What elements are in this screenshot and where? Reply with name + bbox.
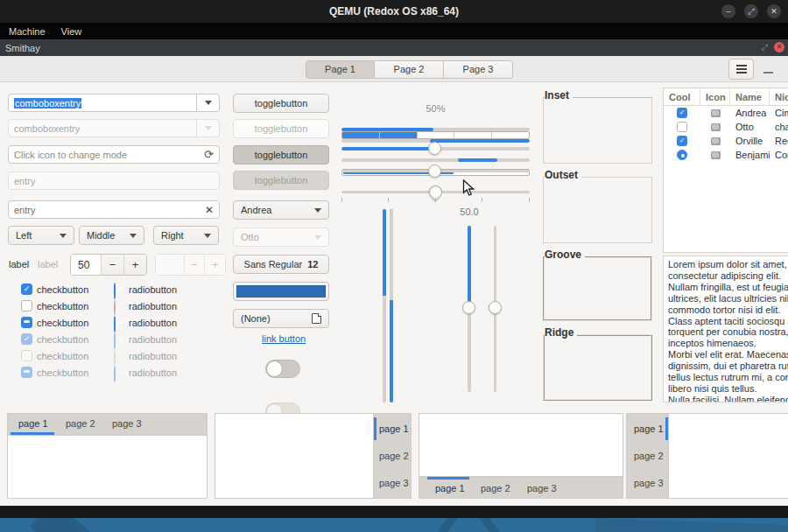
table-row[interactable]: Otto chaot <box>664 120 788 134</box>
text-line: dignissim, dui et pharetra rutr <box>668 360 788 372</box>
close-icon[interactable]: ✕ <box>774 42 784 52</box>
select-right[interactable]: Right <box>153 226 219 245</box>
nb-right-tab-3[interactable]: page 3 <box>379 478 409 488</box>
togglebutton-normal[interactable]: togglebutton <box>233 94 329 113</box>
cell-nick: Reder <box>770 136 788 146</box>
menu-hamburger-icon[interactable] <box>728 59 754 80</box>
vscale-filled[interactable] <box>462 226 476 392</box>
scale-fill <box>341 147 434 150</box>
window-minimize-icon[interactable] <box>763 72 773 74</box>
nb-bottom-tab-2[interactable]: page 2 <box>481 483 510 494</box>
nb-top-tab-2[interactable]: page 2 <box>66 418 95 429</box>
close-icon[interactable]: ✕ <box>767 4 781 18</box>
mode-entry[interactable]: Click icon to change mode ⟳ <box>8 145 220 164</box>
scale-knob[interactable] <box>489 301 502 314</box>
document-icon <box>312 313 321 324</box>
treeview[interactable]: Cool Icon Name Nick ✓ Andrea Cimi Otto c… <box>663 88 788 253</box>
checkbutton-label: checkbutton <box>37 351 88 361</box>
nb-right-tab-2[interactable]: page 2 <box>379 451 409 461</box>
menu-view[interactable]: View <box>61 26 82 37</box>
radio-checked[interactable] <box>677 150 687 160</box>
text-line: Morbi vel elit erat. Maecenas <box>668 349 788 360</box>
color-button[interactable] <box>233 282 329 301</box>
radio-mixed[interactable] <box>114 316 116 332</box>
textview[interactable]: Lorem ipsum dolor sit amet, consectetur … <box>663 256 788 402</box>
scale-knob[interactable] <box>428 142 441 155</box>
hscale-marks[interactable] <box>341 184 530 206</box>
frame-ridge <box>543 334 652 401</box>
radio-checked[interactable] <box>114 283 116 299</box>
guest-window-titlebar[interactable]: Smithay ⤢ ✕ <box>0 39 788 56</box>
tab-page-2[interactable]: Page 2 <box>375 60 444 79</box>
checkbox-checked[interactable]: ✓ <box>677 136 687 146</box>
hscale-plain[interactable] <box>341 163 530 180</box>
input-mode-icon[interactable]: ⟳ <box>204 148 214 161</box>
menu-machine[interactable]: Machine <box>9 26 46 37</box>
check-row-disabled: checkbutton radiobutton <box>21 365 23 382</box>
checkbox-unchecked[interactable] <box>677 122 687 132</box>
spinbutton-disabled: − + <box>155 254 226 276</box>
tab-page-3[interactable]: Page 3 <box>444 60 513 79</box>
radio-unchecked[interactable] <box>114 299 116 316</box>
checkbutton-label[interactable]: checkbutton <box>37 284 88 295</box>
level-block <box>492 132 529 138</box>
spin-plus-icon[interactable]: + <box>123 255 146 275</box>
nb-bottom-tab-3[interactable]: page 3 <box>527 483 557 494</box>
check-row: checkbutton radiobutton <box>21 298 23 315</box>
checkbox-unchecked[interactable] <box>21 300 32 312</box>
checkbutton-label[interactable]: checkbutton <box>37 301 88 312</box>
table-row[interactable]: Benjamin Comp <box>664 148 788 162</box>
nb-left-tab-1[interactable]: page 1 <box>634 424 664 434</box>
vscale-plain[interactable] <box>489 226 503 392</box>
table-row[interactable]: ✓ Orville Reder <box>664 134 788 148</box>
checkbox-checked[interactable]: ✓ <box>21 284 32 295</box>
select-middle[interactable]: Middle <box>79 226 144 245</box>
file-chooser-button[interactable]: (None) <box>233 309 329 328</box>
nb-top-tab-1[interactable]: page 1 <box>18 418 48 429</box>
togglebutton-active[interactable]: togglebutton <box>233 145 329 164</box>
select-left[interactable]: Left <box>8 226 74 245</box>
font-button[interactable]: Sans Regular 12 <box>233 255 329 274</box>
tab-page-1[interactable]: Page 1 <box>306 60 375 79</box>
level-block <box>342 132 380 138</box>
checkbox-checked[interactable]: ✓ <box>677 108 687 118</box>
column-header-icon[interactable]: Icon <box>700 88 730 106</box>
spin-minus-icon[interactable]: − <box>101 255 123 275</box>
nb-top-tab-3[interactable]: page 3 <box>112 418 142 429</box>
nb-left-tab-2[interactable]: page 2 <box>634 451 664 461</box>
comboboxentry[interactable]: comboboxentry <box>8 94 220 112</box>
switch-off[interactable] <box>265 360 300 378</box>
checkbutton-label[interactable]: checkbutton <box>37 318 88 328</box>
column-header-nick[interactable]: Nick <box>770 88 788 106</box>
column-header-cool[interactable]: Cool <box>664 88 700 106</box>
entry-clearable[interactable]: entry ✕ <box>8 200 220 219</box>
hscale-filled[interactable] <box>341 140 530 158</box>
scale-fill <box>468 226 471 308</box>
radiobutton-label[interactable]: radiobutton <box>129 301 177 312</box>
switch-thumb[interactable] <box>266 360 283 377</box>
page-switcher: Page 1 Page 2 Page 3 <box>306 60 513 79</box>
spin-plus-icon: + <box>204 255 225 275</box>
combo-dropdown-button[interactable] <box>196 94 219 111</box>
scale-knob[interactable] <box>428 164 441 178</box>
spin-value[interactable]: 50 <box>71 255 101 275</box>
column-header-name[interactable]: Name <box>730 88 770 106</box>
table-row[interactable]: ✓ Andrea Cimi <box>664 106 788 120</box>
link-button[interactable]: link button <box>262 333 306 344</box>
scale-knob[interactable] <box>462 301 475 314</box>
frame-outset <box>543 177 652 243</box>
checkbox-mixed[interactable] <box>21 317 32 328</box>
radiobutton-label[interactable]: radiobutton <box>129 318 177 328</box>
spinbutton[interactable]: 50 − + <box>70 254 147 276</box>
nb-right-tab-1[interactable]: page 1 <box>379 424 409 434</box>
nb-left-tab-3[interactable]: page 3 <box>634 478 664 488</box>
restore-icon[interactable]: ⤢ <box>744 4 758 18</box>
resize-icon[interactable]: ⤢ <box>762 43 768 52</box>
cell-nick: chaot <box>770 122 788 132</box>
scale-mark <box>341 198 342 202</box>
minimize-icon[interactable]: – <box>721 4 735 18</box>
select-name[interactable]: Andrea <box>233 200 329 220</box>
radiobutton-label[interactable]: radiobutton <box>129 284 177 295</box>
nb-bottom-tab-1[interactable]: page 1 <box>435 483 465 494</box>
clear-icon[interactable]: ✕ <box>205 204 214 216</box>
